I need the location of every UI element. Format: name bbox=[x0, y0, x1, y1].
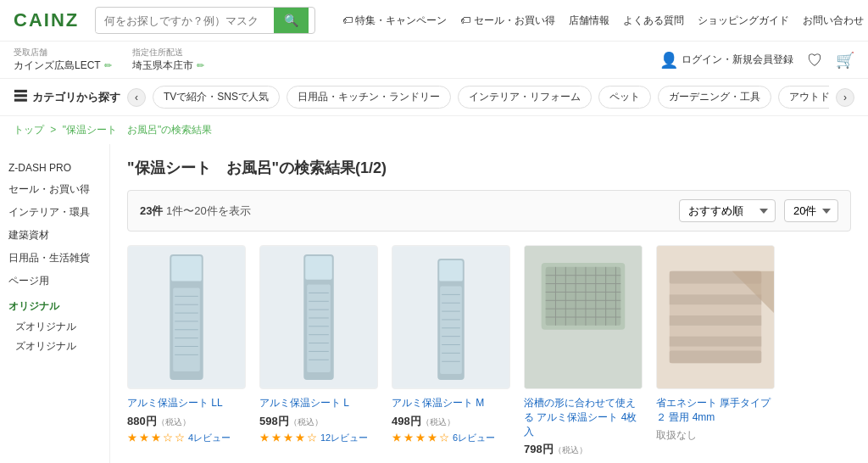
search-input[interactable] bbox=[96, 9, 274, 32]
sidebar: Z-DASH PRO セール・お買い得 インテリア・環具 建築資材 日用品・生活… bbox=[0, 144, 110, 463]
sidebar-original-1[interactable]: ズオリジナル bbox=[8, 317, 101, 337]
product-image-p1[interactable] bbox=[127, 245, 246, 389]
svg-rect-59 bbox=[670, 337, 761, 347]
store-info-link[interactable]: 店舗情報 bbox=[569, 14, 609, 28]
sidebar-original-2[interactable]: ズオリジナル bbox=[8, 337, 101, 356]
review-count-p3[interactable]: 6レビュー bbox=[453, 432, 495, 444]
product-card-p1: アルミ保温シート LL 880円（税込） ★ ★ ★ ☆ ☆ 4レビュー bbox=[127, 245, 246, 459]
nav-pills: TVで紹介・SNSで人気 日用品・キッチン・ランドリー インテリア・リフォーム … bbox=[153, 86, 829, 109]
product-price-p4: 798円（税込） bbox=[524, 442, 643, 457]
sort-select[interactable]: おすすめ順 価格が安い順 価格が高い順 レビュー順 bbox=[679, 199, 776, 222]
category-button[interactable]: ☰ カテゴリから探す bbox=[14, 88, 120, 106]
product-rating-p2: ★ ★ ★ ★ ☆ 12レビュー bbox=[259, 431, 378, 445]
login-button[interactable]: 👤 ログイン・新規会員登録 bbox=[659, 51, 793, 70]
account-icon: 👤 bbox=[659, 51, 678, 70]
search-button[interactable]: 🔍 bbox=[274, 8, 309, 33]
svg-rect-58 bbox=[670, 315, 761, 326]
star-1: ★ bbox=[127, 431, 137, 445]
sidebar-item-interior[interactable]: インテリア・環具 bbox=[8, 201, 101, 224]
review-count-p1[interactable]: 4レビュー bbox=[188, 432, 231, 444]
header-second: 受取店舗 カインズ広島LECT ✏ 指定住所配送 埼玉県本庄市 ✏ 👤 ログイン… bbox=[0, 42, 868, 79]
header-second-right: 👤 ログイン・新規会員登録 ♡ 🛒 bbox=[659, 50, 854, 70]
product-price-p3: 498円（税込） bbox=[392, 414, 510, 429]
product-card-p3: アルミ保温シート M 498円（税込） ★ ★ ★ ★ ☆ 6レビュー bbox=[392, 245, 510, 459]
product-image-p5[interactable] bbox=[656, 245, 775, 389]
product-image-p2[interactable] bbox=[259, 245, 378, 389]
star-3: ★ bbox=[151, 431, 161, 445]
cainz-logo[interactable]: CAINZ bbox=[14, 9, 81, 31]
product-name-p3[interactable]: アルミ保温シート M bbox=[392, 396, 510, 410]
nav-bar: ☰ カテゴリから探す ‹ TVで紹介・SNSで人気 日用品・キッチン・ランドリー… bbox=[0, 79, 868, 116]
sidebar-section-original: オリジナル bbox=[8, 293, 101, 317]
product-price-p2: 598円（税込） bbox=[259, 414, 378, 429]
product-card-p5: 省エネシート 厚手タイプ２ 畳用 4mm 取扱なし bbox=[656, 245, 775, 459]
breadcrumb-sep: > bbox=[50, 124, 58, 136]
svg-rect-28 bbox=[440, 287, 462, 375]
per-page-select[interactable]: 20件 40件 60件 bbox=[784, 199, 838, 222]
toolbar: 23件 1件〜20件を表示 おすすめ順 価格が安い順 価格が高い順 レビュー順 … bbox=[127, 190, 851, 232]
pickup-edit-icon[interactable]: ✏ bbox=[104, 60, 112, 71]
sidebar-item-page[interactable]: ページ用 bbox=[8, 270, 101, 293]
nav-pill-3[interactable]: ペット bbox=[598, 86, 651, 109]
sidebar-item-zdash[interactable]: Z-DASH PRO bbox=[8, 158, 101, 178]
delivery-edit-icon[interactable]: ✏ bbox=[197, 60, 204, 71]
sidebar-item-build[interactable]: 建築資材 bbox=[8, 224, 101, 247]
star3-2: ★ bbox=[403, 431, 414, 445]
svg-rect-2 bbox=[171, 256, 201, 282]
product-name-p5[interactable]: 省エネシート 厚手タイプ２ 畳用 4mm bbox=[656, 396, 775, 425]
svg-rect-27 bbox=[439, 260, 463, 282]
product-rating-p1: ★ ★ ★ ☆ ☆ 4レビュー bbox=[127, 431, 246, 445]
nav-scroll-left[interactable]: ‹ bbox=[127, 88, 146, 107]
no-stock-p5: 取扱なし bbox=[656, 428, 775, 443]
search-title: "保温シート お風呂"の検索結果(1/2) bbox=[127, 158, 851, 178]
star3-1: ★ bbox=[392, 431, 402, 445]
pickup-label: 受取店舗 bbox=[14, 47, 112, 59]
nav-pill-0[interactable]: TVで紹介・SNSで人気 bbox=[153, 86, 280, 109]
star-4-half: ☆ bbox=[163, 431, 173, 445]
nav-pill-2[interactable]: インテリア・リフォーム bbox=[458, 86, 592, 109]
nav-scroll-right[interactable]: › bbox=[836, 88, 854, 107]
store-info: 受取店舗 カインズ広島LECT ✏ 指定住所配送 埼玉県本庄市 ✏ bbox=[14, 47, 204, 73]
breadcrumb-current: "保温シート お風呂"の検索結果 bbox=[63, 124, 213, 136]
star-2: ★ bbox=[139, 431, 149, 445]
hamburger-icon: ☰ bbox=[14, 88, 27, 106]
svg-rect-57 bbox=[670, 294, 761, 304]
delivery-name: 埼玉県本庄市 ✏ bbox=[132, 59, 204, 73]
nav-pill-5[interactable]: アウトドア・ bbox=[778, 86, 829, 109]
star3-3: ★ bbox=[415, 431, 426, 445]
star2-4: ★ bbox=[295, 431, 305, 445]
star2-2: ★ bbox=[271, 431, 281, 445]
nav-pill-4[interactable]: ガーデニング・工具 bbox=[658, 86, 771, 109]
product-name-p2[interactable]: アルミ保温シート L bbox=[259, 396, 378, 410]
top-nav-sale[interactable]: 🏷 セール・お買い得 bbox=[460, 14, 554, 28]
wishlist-icon[interactable]: ♡ bbox=[807, 50, 822, 70]
breadcrumb-top[interactable]: トップ bbox=[14, 124, 44, 136]
product-name-p1[interactable]: アルミ保温シート LL bbox=[127, 396, 246, 410]
breadcrumb: トップ > "保温シート お風呂"の検索結果 bbox=[0, 116, 868, 144]
cart-icon[interactable]: 🛒 bbox=[836, 51, 854, 70]
product-grid: アルミ保温シート LL 880円（税込） ★ ★ ★ ☆ ☆ 4レビュー bbox=[127, 245, 851, 463]
header-right: 店舗情報 よくある質問 ショッピングガイド お問い合わせ bbox=[569, 14, 864, 28]
result-count: 23件 1件〜20件を表示 bbox=[140, 204, 251, 219]
svg-rect-60 bbox=[670, 350, 761, 363]
star-5: ☆ bbox=[175, 431, 185, 445]
review-count-p2[interactable]: 12レビュー bbox=[320, 432, 368, 444]
main-content: Z-DASH PRO セール・お買い得 インテリア・環具 建築資材 日用品・生活… bbox=[0, 144, 868, 463]
search-bar: 🔍 bbox=[95, 7, 315, 34]
sidebar-item-daily[interactable]: 日用品・生活雑貨 bbox=[8, 247, 101, 270]
top-nav-tokushu[interactable]: 🏷 特集・キャンペーン bbox=[342, 14, 447, 28]
tag-icon: 🏷 bbox=[342, 14, 353, 26]
contact-link[interactable]: お問い合わせ bbox=[803, 14, 864, 28]
guide-link[interactable]: ショッピングガイド bbox=[698, 14, 789, 28]
star2-3: ★ bbox=[283, 431, 293, 445]
product-image-p4[interactable] bbox=[524, 245, 643, 389]
product-image-p3[interactable] bbox=[392, 245, 510, 389]
sidebar-item-sale[interactable]: セール・お買い得 bbox=[8, 178, 101, 201]
product-card-p4: 浴槽の形に合わせて使える アルミ保温シート 4枚入 798円（税込） bbox=[524, 245, 643, 459]
pickup-store: 受取店舗 カインズ広島LECT ✏ bbox=[14, 47, 112, 73]
star3-5-empty: ☆ bbox=[439, 431, 449, 445]
nav-pill-1[interactable]: 日用品・キッチン・ランドリー bbox=[287, 86, 451, 109]
product-name-p4[interactable]: 浴槽の形に合わせて使える アルミ保温シート 4枚入 bbox=[524, 396, 643, 438]
toolbar-right: おすすめ順 価格が安い順 価格が高い順 レビュー順 20件 40件 60件 bbox=[679, 199, 838, 222]
faq-link[interactable]: よくある質問 bbox=[623, 14, 684, 28]
